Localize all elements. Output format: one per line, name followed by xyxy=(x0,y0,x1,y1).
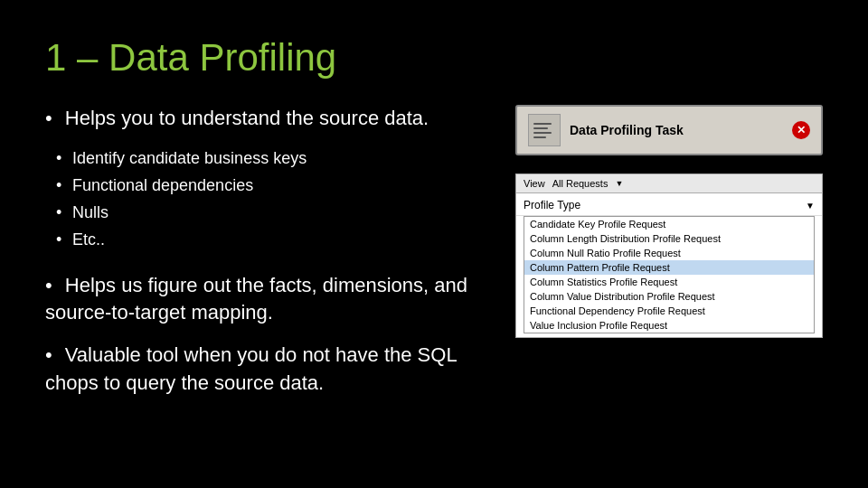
profile-list-item[interactable]: Column Value Distribution Profile Reques… xyxy=(524,289,814,304)
profile-type-label: Profile Type ▼ xyxy=(516,193,822,216)
profile-list-item[interactable]: Functional Dependency Profile Request xyxy=(524,304,814,318)
profile-list: Candidate Key Profile RequestColumn Leng… xyxy=(524,216,815,333)
profile-list-item[interactable]: Candidate Key Profile Request xyxy=(524,217,814,231)
toolbar-view-label: View xyxy=(524,178,545,189)
profile-list-item[interactable]: Column Length Distribution Profile Reque… xyxy=(524,231,814,246)
slide: 1 – Data Profiling • Helps you to unders… xyxy=(0,0,868,488)
task-label: Data Profiling Task xyxy=(570,123,783,137)
sub-bullet-2: Nulls xyxy=(72,202,470,224)
bullet-dot-1: • xyxy=(45,105,52,133)
profile-list-item[interactable]: Column Pattern Profile Request xyxy=(524,260,814,275)
task-icon-line-1 xyxy=(533,123,552,125)
sub-bullet-1: Functional dependencies xyxy=(72,174,470,197)
slide-title: 1 – Data Profiling xyxy=(45,36,823,80)
task-icon xyxy=(528,114,561,146)
profile-type-arrow-icon[interactable]: ▼ xyxy=(806,201,815,211)
task-icon-inner xyxy=(533,121,555,139)
toolbar-dropdown-arrow-icon[interactable]: ▼ xyxy=(615,179,623,188)
sub-bullets-list: Identify candidate business keys Functio… xyxy=(45,147,470,252)
profile-list-item[interactable]: Column Null Ratio Profile Request xyxy=(524,246,814,260)
sub-bullet-3: Etc.. xyxy=(72,229,470,251)
bullet-dot-3: • xyxy=(45,342,52,370)
main-bullet-2: • Helps us figure out the facts, dimensi… xyxy=(45,272,470,328)
content-area: • Helps you to understand the source dat… xyxy=(45,105,823,398)
bullet-dot-2: • xyxy=(45,272,52,300)
profile-list-item[interactable]: Value Inclusion Profile Request xyxy=(524,318,814,333)
left-panel: • Helps you to understand the source dat… xyxy=(45,105,488,398)
task-close-button[interactable]: ✕ xyxy=(792,121,810,139)
sub-bullet-0: Identify candidate business keys xyxy=(72,147,470,170)
task-widget: Data Profiling Task ✕ xyxy=(515,105,823,155)
dropdown-toolbar: View All Requests ▼ xyxy=(516,174,822,193)
toolbar-all-requests: All Requests xyxy=(552,178,609,189)
right-panel: Data Profiling Task ✕ View All Requests … xyxy=(515,105,823,398)
task-icon-line-3 xyxy=(533,132,552,134)
task-icon-line-2 xyxy=(533,127,548,129)
dropdown-panel: View All Requests ▼ Profile Type ▼ Candi… xyxy=(515,174,823,338)
main-bullet-3: • Valuable tool when you do not have the… xyxy=(45,342,470,398)
main-bullet-1: • Helps you to understand the source dat… xyxy=(45,105,470,133)
task-icon-line-4 xyxy=(533,136,546,138)
task-icon-lines xyxy=(533,123,555,138)
profile-list-item[interactable]: Column Statistics Profile Request xyxy=(524,275,814,289)
